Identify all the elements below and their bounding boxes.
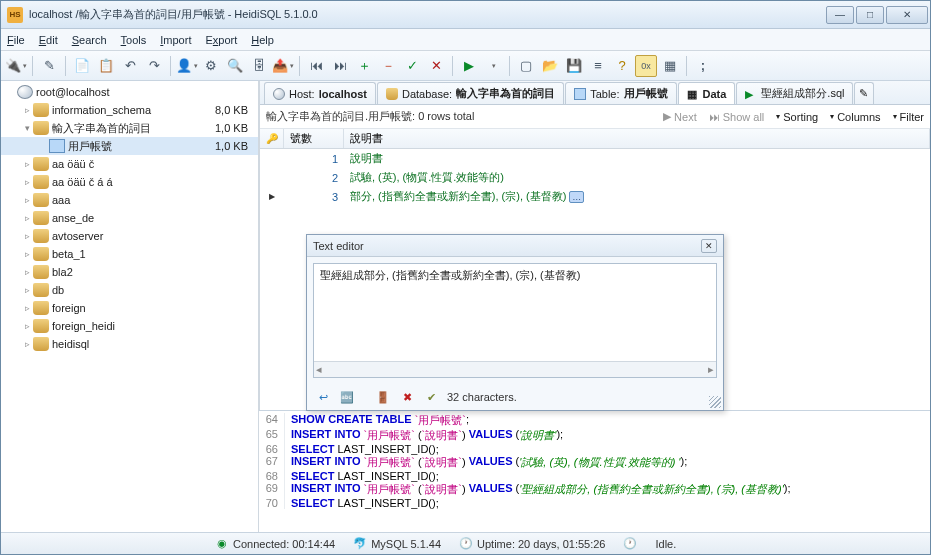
next-icon: ▶ — [663, 110, 671, 123]
tool-save-icon[interactable]: 💾 — [563, 55, 585, 77]
tree-item[interactable]: ▾輸入字串為首的詞目1,0 KB — [1, 119, 258, 137]
tool-settings-icon[interactable]: ⚙ — [200, 55, 222, 77]
tabs: Host: localhost Database: 輸入字串為首的詞目 Tabl… — [260, 81, 930, 105]
tool-snippets-icon[interactable]: ≡ — [587, 55, 609, 77]
wrap-icon[interactable]: ↩ — [315, 389, 331, 405]
tree-item[interactable]: ▹aa öäü č — [1, 155, 258, 173]
tree-item[interactable]: 用戶帳號1,0 KB — [1, 137, 258, 155]
font-icon[interactable]: 🔤 — [339, 389, 355, 405]
tool-run-menu-icon[interactable] — [482, 55, 504, 77]
window-title: localhost /輸入字串為首的詞目/用戶帳號 - HeidiSQL 5.1… — [27, 7, 826, 22]
close-button[interactable]: ✕ — [886, 6, 928, 24]
tool-last-icon[interactable]: ⏭ — [329, 55, 351, 77]
tool-undo-icon[interactable]: ↶ — [119, 55, 141, 77]
mysql-icon: 🐬 — [353, 537, 367, 551]
tool-redo-icon[interactable]: ↷ — [143, 55, 165, 77]
toolbar: 🔌 ✎ 📄 📋 ↶ ↷ 👤 ⚙ 🔍 🗄 📤 ⏮ ⏭ ＋ － ✓ ✕ ▶ ▢ 📂 … — [1, 51, 930, 81]
tool-help-icon[interactable]: ? — [611, 55, 633, 77]
tree-item[interactable]: root@localhost — [1, 83, 258, 101]
char-count: 32 characters. — [447, 391, 517, 403]
resize-handle[interactable] — [709, 396, 721, 408]
columns-button[interactable]: ▾Columns — [830, 111, 880, 123]
menu-export[interactable]: Export — [205, 34, 237, 46]
tool-new-icon[interactable]: ✎ — [38, 55, 60, 77]
showall-button[interactable]: ⏭Show all — [709, 111, 765, 123]
tool-first-icon[interactable]: ⏮ — [305, 55, 327, 77]
text-editor-textarea[interactable]: 聖經組成部分, (指舊約全書或新約全書), (宗), (基督教) ◂▸ — [313, 263, 717, 378]
status-mysql: 🐬MySQL 5.1.44 — [353, 537, 441, 551]
text-editor-titlebar[interactable]: Text editor ✕ — [307, 235, 723, 257]
tree-item[interactable]: ▹heidisql — [1, 335, 258, 353]
minimize-button[interactable]: — — [826, 6, 854, 24]
tool-users-icon[interactable]: 👤 — [176, 55, 198, 77]
tool-connect-icon[interactable]: 🔌 — [5, 55, 27, 77]
tool-search-icon[interactable]: 🔍 — [224, 55, 246, 77]
table-row[interactable]: 3部分, (指舊約全書或新約全書), (宗), (基督教)… — [260, 187, 930, 206]
maximize-button[interactable]: □ — [856, 6, 884, 24]
table-row[interactable]: 2試驗, (英), (物質.性質.效能等的) — [260, 168, 930, 187]
tool-stop-icon[interactable]: ; — [692, 55, 714, 77]
tool-hex-icon[interactable]: 0x — [635, 55, 657, 77]
sql-log[interactable]: 64SHOW CREATE TABLE `用戶帳號`;65INSERT INTO… — [259, 410, 930, 532]
menu-search[interactable]: Search — [72, 34, 107, 46]
sorting-button[interactable]: ▾Sorting — [776, 111, 818, 123]
menubar: File Edit Search Tools Import Export Hel… — [1, 29, 930, 51]
menu-file[interactable]: File — [7, 34, 25, 46]
tree-item[interactable]: ▹foreign_heidi — [1, 317, 258, 335]
status-server-time-icon: 🕐 — [623, 537, 637, 551]
text-editor-close-icon[interactable]: ✕ — [701, 239, 717, 253]
tree-item[interactable]: ▹beta_1 — [1, 245, 258, 263]
tree-item[interactable]: ▹avtoserver — [1, 227, 258, 245]
tool-apply-icon[interactable]: ✓ — [401, 55, 423, 77]
tool-copy-icon[interactable]: 📄 — [71, 55, 93, 77]
app-icon: HS — [7, 7, 23, 23]
text-editor-hscrollbar[interactable]: ◂▸ — [314, 361, 716, 377]
tool-paste-icon[interactable]: 📋 — [95, 55, 117, 77]
expand-cell-icon[interactable]: … — [569, 191, 584, 203]
tree-item[interactable]: ▹information_schema8,0 KB — [1, 101, 258, 119]
tree-item[interactable]: ▹aa öäü č á á — [1, 173, 258, 191]
text-editor-ok-icon[interactable]: ✔ — [423, 389, 439, 405]
tab-table[interactable]: Table: 用戶帳號 — [565, 82, 676, 104]
tool-remove-icon[interactable]: － — [377, 55, 399, 77]
titlebar[interactable]: HS localhost /輸入字串為首的詞目/用戶帳號 - HeidiSQL … — [1, 1, 930, 29]
table-row[interactable]: 1說明書 — [260, 149, 930, 168]
filter-button[interactable]: ▾Filter — [893, 111, 924, 123]
tool-export-icon[interactable]: 📤 — [272, 55, 294, 77]
col-header-2[interactable]: 說明書 — [344, 129, 930, 148]
tool-grid-icon[interactable]: ▦ — [659, 55, 681, 77]
menu-tools[interactable]: Tools — [121, 34, 147, 46]
next-button[interactable]: ▶Next — [663, 110, 697, 123]
tab-sql[interactable]: ▶聖經組成部分.sql — [736, 82, 853, 104]
tree-item[interactable]: ▹db — [1, 281, 258, 299]
status-connected: ◉Connected: 00:14:44 — [215, 537, 335, 551]
data-toolbar: 輸入字串為首的詞目.用戶帳號: 0 rows total ▶Next ⏭Show… — [260, 105, 930, 129]
tool-flush-icon[interactable]: 🗄 — [248, 55, 270, 77]
tool-run-icon[interactable]: ▶ — [458, 55, 480, 77]
tab-data[interactable]: ▦Data — [678, 82, 736, 104]
tool-open-icon[interactable]: 📂 — [539, 55, 561, 77]
sidebar[interactable]: root@localhost▹information_schema8,0 KB▾… — [1, 81, 259, 532]
text-editor-cancel-icon[interactable]: ✖ — [399, 389, 415, 405]
text-editor-dialog[interactable]: Text editor ✕ 聖經組成部分, (指舊約全書或新約全書), (宗),… — [306, 234, 724, 411]
col-header-1[interactable]: 號數 — [284, 129, 344, 148]
tab-database[interactable]: Database: 輸入字串為首的詞目 — [377, 82, 564, 104]
connected-icon: ◉ — [215, 537, 229, 551]
tree-item[interactable]: ▹foreign — [1, 299, 258, 317]
data-info: 輸入字串為首的詞目.用戶帳號: 0 rows total — [266, 109, 651, 124]
tab-new-icon[interactable]: ✎ — [854, 82, 874, 104]
tool-cancel-icon[interactable]: ✕ — [425, 55, 447, 77]
tree-item[interactable]: ▹aaa — [1, 191, 258, 209]
app-window: HS localhost /輸入字串為首的詞目/用戶帳號 - HeidiSQL … — [0, 0, 931, 555]
tree-item[interactable]: ▹bla2 — [1, 263, 258, 281]
text-editor-apply-icon[interactable]: 🚪 — [375, 389, 391, 405]
tool-newfile-icon[interactable]: ▢ — [515, 55, 537, 77]
menu-help[interactable]: Help — [251, 34, 274, 46]
menu-import[interactable]: Import — [160, 34, 191, 46]
status-idle: Idle. — [655, 538, 676, 550]
tree-item[interactable]: ▹anse_de — [1, 209, 258, 227]
showall-icon: ⏭ — [709, 111, 720, 123]
menu-edit[interactable]: Edit — [39, 34, 58, 46]
tab-host[interactable]: Host: localhost — [264, 82, 376, 104]
tool-add-icon[interactable]: ＋ — [353, 55, 375, 77]
